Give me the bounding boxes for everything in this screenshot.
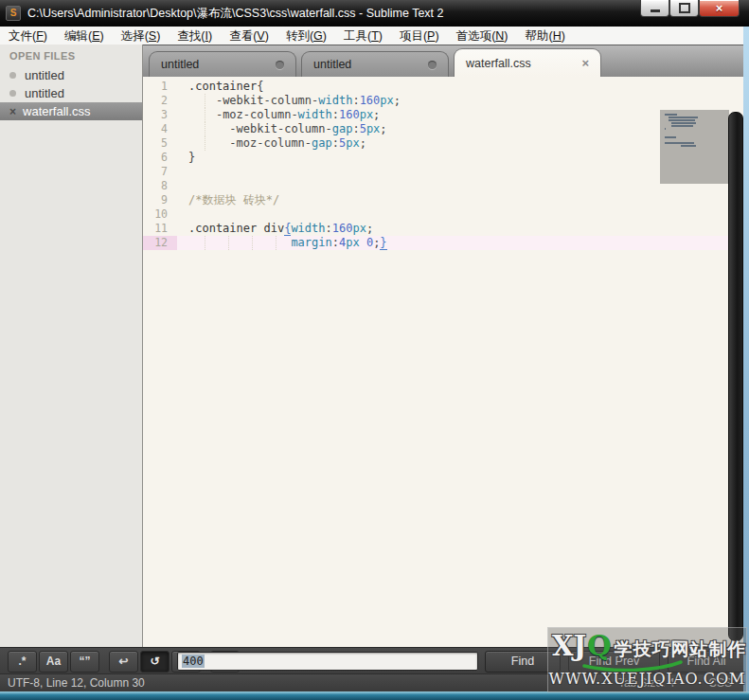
find-prev-button[interactable]: Find Prev [568,651,660,673]
code-line-11[interactable]: 11.container div{width:160px; [143,222,749,236]
sidebar-file-name: waterfall.css [23,104,91,118]
code-line-5[interactable]: 5 -moz-column-gap:5px; [143,136,749,151]
main-area: OPEN FILES untitleduntitled×waterfall.cs… [0,45,749,647]
tab-size-indicator[interactable]: Tab Size: 4 [601,676,691,690]
case-sensitive-toggle[interactable]: Aa [39,651,68,673]
find-button[interactable]: Find [485,651,561,673]
sidebar-file-name: untitled [25,68,64,82]
window-title: C:\Users\Administrator\Desktop\瀑布流\CSS3\… [27,6,443,22]
sidebar-list: untitleduntitled×waterfall.css [0,66,142,120]
line-number: 11 [143,222,177,236]
menu-item-s[interactable]: 选择(S) [113,27,169,45]
line-number: 12 [143,236,177,250]
code-line-4[interactable]: 4 -webkit-column-gap:5px; [143,122,749,136]
indent-guide-icon [252,236,253,250]
menu-item-f[interactable]: 文件(F) [0,27,56,45]
menu-item-i[interactable]: 查找(I) [169,27,221,45]
tab-label: waterfall.css [466,57,531,70]
restore-button[interactable] [669,0,699,17]
tab-dirty-dot-icon [428,61,437,69]
tab-1-untitled[interactable]: untitled [301,51,449,77]
code-line-12[interactable]: 12 margin:4px 0;} [143,236,749,250]
whole-word-toggle[interactable]: “” [70,651,99,673]
menu-item-e[interactable]: 编辑(E) [56,27,113,45]
line-code: -webkit-column-width:160px; [188,94,749,108]
sidebar: OPEN FILES untitleduntitled×waterfall.cs… [0,45,143,647]
line-number: 1 [143,80,177,94]
menu-item-n[interactable]: 首选项(N) [448,27,517,45]
code-line-3[interactable]: 3 -moz-column-width:160px; [143,108,749,122]
menu-item-g[interactable]: 转到(G) [277,27,335,45]
code-line-1[interactable]: 1.container{ [143,80,749,94]
find-bar: .*Aa“”↩↺↪□ 400 FindFind PrevFind All [0,647,749,673]
status-bar: UTF-8, Line 12, Column 30 Tab Size: 4 CS… [0,673,749,691]
window-controls: × [640,0,740,17]
code-line-9[interactable]: 9/*数据块 砖块*/ [143,193,749,207]
tab-2-waterfall.css[interactable]: waterfall.css× [454,48,601,77]
find-input[interactable]: 400 [177,652,478,671]
menu-item-h[interactable]: 帮助(H) [517,27,574,45]
line-number: 10 [143,207,177,222]
find-buttons: FindFind PrevFind All [485,651,745,673]
find-query-selection: 400 [182,655,205,668]
indent-guide-icon [205,136,205,151]
syntax-indicator[interactable]: CSS [691,676,749,690]
code-line-10[interactable]: 10 [143,207,749,222]
cursor-position-status: UTF-8, Line 12, Column 30 [8,676,601,690]
indent-guide-icon [205,236,205,250]
tab-bar: untitleduntitledwaterfall.css× [143,45,749,77]
in-selection-toggle[interactable]: ↺ [140,651,169,673]
menu-item-t[interactable]: 工具(T) [335,27,391,45]
line-code [188,207,749,222]
line-number: 4 [143,122,177,136]
sublime-app-icon: S [6,6,21,21]
close-icon: × [716,1,723,15]
sidebar-item-1[interactable]: untitled [0,84,142,102]
line-code: .container{ [188,80,749,94]
regex-toggle[interactable]: .* [8,651,37,673]
menu-item-v[interactable]: 查看(V) [221,27,277,45]
tab-label: untitled [313,58,351,71]
close-button[interactable]: × [699,0,740,17]
file-dot-icon [9,90,16,97]
wrap-toggle[interactable]: ↩ [109,651,138,673]
window-border-right [743,27,749,691]
minimap-viewport[interactable] [660,110,729,184]
sidebar-item-0[interactable]: untitled [0,66,142,84]
menu-bar: 文件(F)编辑(E)选择(S)查找(I)查看(V)转到(G)工具(T)项目(P)… [0,27,749,45]
code-line-8[interactable]: 8 [143,179,749,193]
indent-guide-icon [205,108,205,122]
sidebar-item-2[interactable]: ×waterfall.css [0,102,142,120]
code-line-6[interactable]: 6} [143,151,749,165]
code-line-2[interactable]: 2 -webkit-column-width:160px; [143,94,749,108]
line-number: 6 [143,151,177,165]
line-number: 7 [143,165,177,179]
open-files-header: OPEN FILES [0,45,142,66]
restore-icon [679,3,690,13]
code-area[interactable]: 1.container{2 -webkit-column-width:160px… [143,77,749,647]
file-close-icon: × [9,106,16,117]
editor-pane: untitleduntitledwaterfall.css× 1.contain… [143,45,749,647]
line-number: 8 [143,179,177,193]
tab-dirty-dot-icon [276,61,284,69]
find-all-button[interactable]: Find All [668,651,745,673]
tab-close-icon[interactable]: × [581,57,589,69]
line-code: /*数据块 砖块*/ [188,193,749,207]
indent-guide-icon [205,122,205,136]
code-lines: 1.container{2 -webkit-column-width:160px… [143,80,749,250]
line-number: 9 [143,193,177,207]
code-line-7[interactable]: 7 [143,165,749,179]
tab-0-untitled[interactable]: untitled [149,51,296,77]
minimize-button[interactable] [640,0,669,17]
line-code: .container div{width:160px; [188,222,749,236]
tab-label: untitled [161,58,199,71]
menu-item-p[interactable]: 项目(P) [391,27,448,45]
file-dot-icon [9,72,16,79]
line-number: 2 [143,94,177,108]
line-code: margin:4px 0;} [188,236,749,250]
title-bar: S C:\Users\Administrator\Desktop\瀑布流\CSS… [0,0,749,27]
window-border-bottom [0,691,749,700]
line-number: 5 [143,136,177,151]
vertical-scrollbar[interactable] [728,112,743,641]
indent-guide-icon [205,94,205,108]
